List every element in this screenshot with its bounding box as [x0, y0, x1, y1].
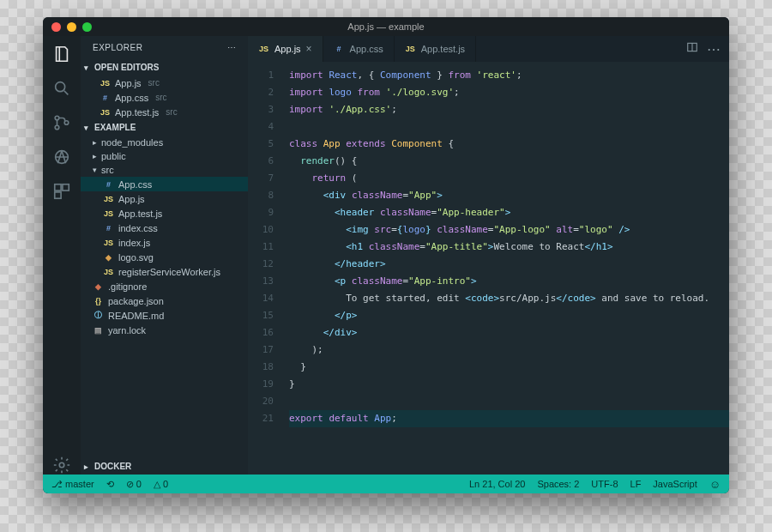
close-tab-icon[interactable]: × [306, 43, 312, 55]
editor-area: JSApp.js×#App.cssJSApp.test.js ⋯ 1234567… [248, 36, 729, 475]
file-name: node_modules [101, 137, 163, 148]
code-line[interactable]: <div className="App"> [289, 187, 729, 204]
code-line[interactable]: ); [289, 342, 729, 359]
tree-item[interactable]: ◆.gitignore [81, 279, 248, 293]
line-number: 16 [248, 324, 274, 342]
source-control-icon[interactable] [52, 113, 71, 132]
line-number: 8 [248, 187, 274, 204]
code-line[interactable]: return ( [289, 170, 729, 187]
file-name: logo.svg [118, 252, 154, 263]
code-line[interactable]: class App extends Component { [289, 136, 729, 153]
tree-item[interactable]: JSApp.js [81, 191, 248, 206]
tree-item[interactable]: #App.css [81, 177, 248, 191]
eol[interactable]: LF [630, 479, 642, 489]
tree-item[interactable]: ▸node_modules [81, 136, 248, 149]
zoom-window-button[interactable] [82, 22, 92, 32]
minimize-window-button[interactable] [67, 22, 76, 32]
explorer-icon[interactable] [52, 45, 71, 63]
code-line[interactable]: import React, { Component } from 'react'… [289, 67, 729, 84]
close-window-button[interactable] [51, 22, 61, 32]
tab-label: App.css [350, 44, 383, 54]
extensions-icon[interactable] [52, 182, 71, 201]
sidebar-more-icon[interactable]: ⋯ [227, 43, 237, 52]
search-icon[interactable] [52, 79, 71, 98]
svg-point-2 [55, 125, 59, 130]
tree-item[interactable]: ◆logo.svg [81, 250, 248, 264]
tab-bar: JSApp.js×#App.cssJSApp.test.js ⋯ [248, 36, 729, 62]
git-branch[interactable]: ⎇ master [51, 479, 94, 490]
open-editors-header[interactable]: ▾OPEN EDITORS [81, 59, 248, 76]
docker-header[interactable]: ▸DOCKER [81, 458, 248, 475]
sidebar: EXPLORER ⋯ ▾OPEN EDITORS JSApp.jssrc#App… [81, 36, 248, 475]
line-number: 15 [248, 307, 274, 324]
warnings-count[interactable]: △ 0 [154, 479, 168, 490]
code-editor[interactable]: 123456789101112131415161718192021 import… [248, 62, 729, 475]
file-name: registerServiceWorker.js [118, 267, 220, 277]
code-line[interactable]: render() { [289, 153, 729, 170]
file-path-hint: src [166, 107, 177, 117]
svg-point-0 [56, 82, 65, 92]
line-number: 1 [248, 67, 274, 84]
tree-item[interactable]: ▸public [81, 149, 248, 163]
code-line[interactable]: </p> [289, 307, 729, 324]
sync-icon[interactable]: ⟲ [106, 479, 114, 490]
code-line[interactable]: To get started, edit <code>src/App.js</c… [289, 290, 729, 307]
code-line[interactable]: } [289, 376, 729, 393]
tree-item[interactable]: JSindex.js [81, 235, 248, 250]
file-name: App.css [115, 93, 148, 103]
indentation[interactable]: Spaces: 2 [537, 479, 579, 489]
settings-icon[interactable] [52, 456, 71, 475]
open-editor-item[interactable]: JSApp.jssrc [81, 76, 248, 90]
sidebar-title-text: EXPLORER [93, 43, 142, 52]
svg-rect-5 [55, 184, 61, 190]
split-editor-icon[interactable] [686, 41, 698, 57]
line-number: 7 [248, 170, 274, 187]
code-lines[interactable]: import React, { Component } from 'react'… [282, 62, 729, 475]
tab-label: App.js [274, 44, 301, 54]
more-actions-icon[interactable]: ⋯ [707, 41, 721, 57]
tree-item[interactable]: JSApp.test.js [81, 206, 248, 221]
file-name: App.css [118, 179, 152, 190]
svg-point-8 [59, 462, 64, 468]
tree-item[interactable]: #index.css [81, 221, 248, 235]
encoding[interactable]: UTF-8 [591, 479, 618, 489]
code-line[interactable]: <h1 className="App-title">Welcome to Rea… [289, 239, 729, 256]
feedback-icon[interactable]: ☺ [709, 478, 721, 491]
editor-tab[interactable]: JSApp.test.js [395, 36, 476, 62]
line-number: 14 [248, 290, 274, 307]
status-bar: ⎇ master ⟲ ⊘ 0 △ 0 Ln 21, Col 20 Spaces:… [43, 475, 729, 493]
tree-item[interactable]: ▤yarn.lock [81, 323, 248, 337]
titlebar: App.js — example [43, 17, 729, 36]
code-line[interactable]: } [289, 359, 729, 376]
debug-icon[interactable] [52, 148, 71, 166]
editor-window: App.js — example EXPLORER ⋯ ▾OPEN EDITOR… [43, 17, 729, 493]
open-editor-item[interactable]: JSApp.test.jssrc [81, 105, 248, 119]
language-mode[interactable]: JavaScript [653, 479, 697, 489]
tree-item[interactable]: {}package.json [81, 293, 248, 308]
tree-item[interactable]: ⓘREADME.md [81, 308, 248, 323]
svg-point-1 [55, 116, 59, 120]
code-line[interactable]: </header> [289, 256, 729, 273]
tree-item[interactable]: JSregisterServiceWorker.js [81, 264, 248, 279]
code-line[interactable]: export default App; [289, 410, 729, 427]
editor-tab[interactable]: #App.css [323, 36, 395, 62]
file-path-hint: src [148, 78, 160, 88]
svg-rect-6 [63, 184, 69, 190]
tree-item[interactable]: ▾src [81, 163, 248, 177]
file-name: src [101, 165, 114, 175]
code-line[interactable]: import logo from './logo.svg'; [289, 84, 729, 101]
code-line[interactable]: <header className="App-header"> [289, 204, 729, 221]
code-line[interactable]: import './App.css'; [289, 101, 729, 118]
open-editor-item[interactable]: #App.csssrc [81, 90, 248, 105]
file-path-hint: src [155, 93, 166, 102]
code-line[interactable] [289, 118, 729, 136]
window-controls [51, 22, 92, 32]
code-line[interactable]: <p className="App-intro"> [289, 273, 729, 290]
code-line[interactable]: <img src={logo} className="App-logo" alt… [289, 221, 729, 239]
editor-tab[interactable]: JSApp.js× [248, 36, 323, 62]
code-line[interactable]: </div> [289, 324, 729, 342]
errors-count[interactable]: ⊘ 0 [126, 479, 142, 490]
code-line[interactable] [289, 393, 729, 410]
cursor-position[interactable]: Ln 21, Col 20 [469, 479, 525, 489]
project-header[interactable]: ▾EXAMPLE [81, 119, 248, 136]
